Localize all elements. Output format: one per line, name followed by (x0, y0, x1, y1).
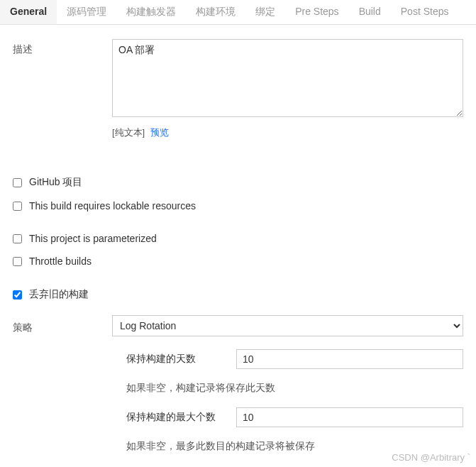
description-textarea[interactable]: OA 部署 (112, 39, 463, 117)
throttle-row: Throttle builds (13, 250, 463, 273)
discard-old-checkbox[interactable] (13, 290, 22, 300)
strategy-select[interactable]: Log Rotation (112, 315, 463, 336)
description-label: 描述 (13, 39, 112, 139)
tab-env[interactable]: 构建环境 (186, 0, 245, 24)
days-to-keep-help: 如果非空，构建记录将保存此天数 (126, 382, 463, 395)
lockable-checkbox[interactable] (13, 202, 22, 211)
tab-scm[interactable]: 源码管理 (57, 0, 116, 24)
description-format: [纯文本] (112, 127, 145, 138)
tab-post-steps[interactable]: Post Steps (391, 0, 459, 24)
preview-link[interactable]: 预览 (150, 127, 169, 138)
github-project-label[interactable]: GitHub 项目 (29, 176, 82, 189)
max-builds-input[interactable] (236, 407, 463, 427)
days-to-keep-label: 保持构建的天数 (126, 353, 236, 366)
tab-pre-steps[interactable]: Pre Steps (285, 0, 348, 24)
strategy-label: 策略 (13, 317, 112, 334)
parameterized-checkbox[interactable] (13, 234, 22, 243)
tab-general[interactable]: General (0, 0, 57, 24)
github-project-row: GitHub 项目 (13, 170, 463, 194)
max-builds-label: 保持构建的最大个数 (126, 411, 236, 424)
lockable-label[interactable]: This build requires lockable resources (29, 200, 196, 211)
tab-build[interactable]: Build (349, 0, 391, 24)
discard-old-row: 丢弃旧的构建 (13, 282, 463, 307)
parameterized-label[interactable]: This project is parameterized (29, 233, 157, 244)
general-panel: 描述 OA 部署 [纯文本] 预览 GitHub 项目 This build r… (0, 25, 476, 453)
tab-triggers[interactable]: 构建触发器 (116, 0, 186, 24)
lockable-row: This build requires lockable resources (13, 194, 463, 217)
github-project-checkbox[interactable] (13, 178, 22, 187)
throttle-label[interactable]: Throttle builds (29, 256, 92, 267)
discard-old-label[interactable]: 丢弃旧的构建 (29, 288, 89, 301)
tab-bindings[interactable]: 绑定 (245, 0, 285, 24)
parameterized-row: This project is parameterized (13, 227, 463, 250)
days-to-keep-input[interactable] (236, 349, 463, 369)
throttle-checkbox[interactable] (13, 257, 22, 266)
config-tabs: General 源码管理 构建触发器 构建环境 绑定 Pre Steps Bui… (0, 0, 476, 25)
max-builds-help: 如果非空，最多此数目的构建记录将被保存 (126, 440, 463, 453)
